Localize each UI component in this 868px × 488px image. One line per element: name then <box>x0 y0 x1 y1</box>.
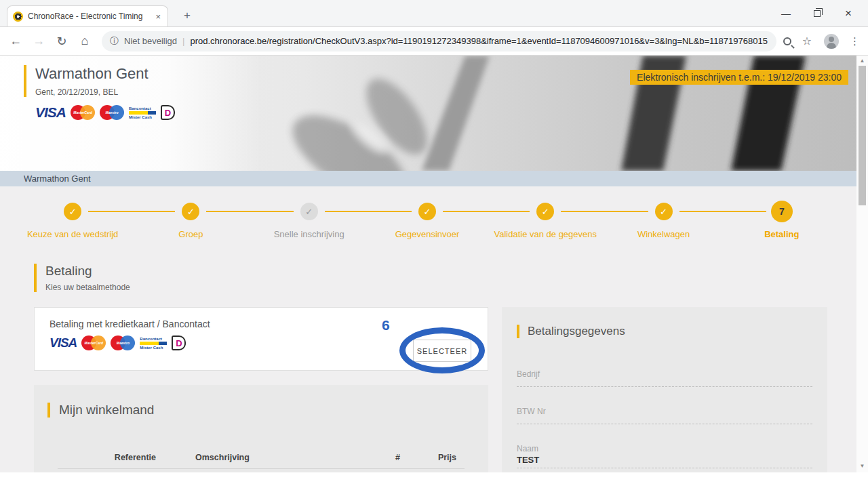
payment-method-label: Betaling met kredietkaart / Bancontact <box>35 308 488 329</box>
field-label: BTW Nr <box>517 407 812 416</box>
info-icon[interactable]: ⓘ <box>110 35 119 47</box>
maestro-logo-icon: Maestro <box>100 105 124 120</box>
ideal-logo-icon: D <box>161 105 175 120</box>
browser-tab[interactable]: ChronoRace - Electronic Timing × <box>7 5 168 26</box>
scroll-up-icon[interactable]: ▲ <box>856 56 868 66</box>
deadline-banner: Elektronisch inschrijven t.e.m.: 19/12/2… <box>630 70 848 85</box>
check-icon: ✓ <box>305 207 313 217</box>
stepper-step-snelle-inschrijving[interactable]: ✓ Snelle inschrijving <box>250 203 368 239</box>
stepper-step-winkelwagen[interactable]: ✓ Winkelwagen <box>604 203 722 239</box>
table-divider <box>58 468 465 469</box>
mistercash-label: Mister Cash <box>140 346 167 350</box>
bancontact-logo-icon: BancontactMister Cash <box>140 336 167 350</box>
step-label: Snelle inschrijving <box>274 229 344 239</box>
avatar-icon[interactable] <box>824 34 839 49</box>
btw-nr-field[interactable]: BTW Nr <box>517 407 812 424</box>
new-tab-button[interactable]: + <box>178 7 197 24</box>
field-label: Bedrijf <box>517 369 812 379</box>
cell-aantal <box>366 472 400 472</box>
section-title: Betaling <box>45 264 868 279</box>
check-icon: ✓ <box>187 207 195 217</box>
bedrijf-field[interactable]: Bedrijf <box>517 369 812 387</box>
cell-omschrijving: TEST Test <box>156 472 366 472</box>
maestro-logo-icon: Maestro <box>111 336 135 350</box>
payment-logos: VISA MasterCard Maestro BancontactMister… <box>35 104 175 121</box>
step-label: Gegevensinvoer <box>395 229 460 239</box>
url-separator: | <box>182 36 184 46</box>
cell-referentie <box>58 472 156 472</box>
maestro-label: Maestro <box>100 110 124 115</box>
field-label: Naam <box>517 444 812 453</box>
bancontact-label: Bancontact <box>140 337 167 341</box>
scrollbar-thumb[interactable] <box>859 66 866 205</box>
bookmark-star-icon[interactable]: ☆ <box>802 35 812 47</box>
maestro-label: Maestro <box>111 341 135 345</box>
mistercash-label: Mister Cash <box>129 115 156 119</box>
tab-title: ChronoRace - Electronic Timing <box>28 12 149 21</box>
page-viewport: Warmathon Gent Gent, 20/12/2019, BEL VIS… <box>0 56 868 472</box>
reload-icon[interactable]: ↻ <box>52 34 72 49</box>
naam-input[interactable]: TEST <box>517 455 812 468</box>
hero-banner: Warmathon Gent Gent, 20/12/2019, BEL VIS… <box>0 56 868 171</box>
address-bar[interactable]: ⓘ Niet beveiligd | prod.chronorace.be/re… <box>102 31 776 52</box>
scroll-down-icon[interactable]: ▼ <box>856 461 868 471</box>
cart-table-header: Referentie Omschrijving # Prijs <box>34 453 488 462</box>
check-icon: ✓ <box>424 207 431 217</box>
mastercard-logo-icon: MasterCard <box>71 105 95 120</box>
kebab-menu-icon[interactable]: ⋮ <box>850 35 860 47</box>
mastercard-label: MasterCard <box>71 110 95 115</box>
check-icon: ✓ <box>69 207 77 217</box>
step-number: 7 <box>779 206 785 217</box>
bottom-whitespace <box>0 472 868 488</box>
payment-method-card: Betaling met kredietkaart / Bancontact V… <box>34 307 488 371</box>
url-text[interactable]: prod.chronorace.be/registration/CheckOut… <box>190 36 768 46</box>
step-label: Betaling <box>764 229 799 239</box>
minimize-icon[interactable]: — <box>770 8 802 19</box>
cart-title: Mijn winkelmand <box>47 403 488 418</box>
home-icon[interactable]: ⌂ <box>75 34 95 48</box>
mastercard-label: MasterCard <box>81 341 106 345</box>
column-prijs: Prijs <box>400 453 465 462</box>
zoom-icon[interactable] <box>783 37 791 45</box>
stepper-step-betaling[interactable]: 7 Betaling <box>723 203 841 239</box>
page-title-bar: Warmathon Gent <box>0 171 868 186</box>
page-scrollbar[interactable]: ▲ ▼ <box>856 56 868 472</box>
annotation-number: 6 <box>382 317 390 333</box>
checkout-stepper: ✓ Keuze van de wedstrijd ✓ Groep ✓ Snell… <box>0 186 868 249</box>
table-row: TEST Test <box>34 472 488 472</box>
column-referentie: Referentie <box>58 453 156 462</box>
bancontact-label: Bancontact <box>129 106 156 110</box>
stepper-step-groep[interactable]: ✓ Groep <box>132 203 250 239</box>
stepper-step-gegevensinvoer[interactable]: ✓ Gegevensinvoer <box>368 203 486 239</box>
back-icon[interactable]: ← <box>5 34 26 48</box>
billing-card: Betalingsgegevens Bedrijf BTW Nr Naam TE… <box>502 307 827 472</box>
billing-title: Betalingsgegevens <box>517 325 812 338</box>
stepper-step-validatie[interactable]: ✓ Validatie van de gegevens <box>486 203 604 239</box>
visa-logo-icon: VISA <box>35 104 66 121</box>
restore-icon[interactable] <box>802 8 833 19</box>
selecteer-button[interactable]: SELECTEER <box>413 340 471 362</box>
close-icon[interactable]: × <box>833 7 864 20</box>
cart-card: Mijn winkelmand Referentie Omschrijving … <box>34 385 488 472</box>
step-label: Validatie van de gegevens <box>494 229 597 239</box>
event-title: Warmathon Gent <box>35 65 175 83</box>
naam-field[interactable]: Naam TEST <box>517 444 812 468</box>
check-icon: ✓ <box>660 207 667 217</box>
step-label: Groep <box>178 229 203 239</box>
mastercard-logo-icon: MasterCard <box>81 336 106 350</box>
step-label: Winkelwagen <box>637 229 690 239</box>
browser-toolbar: ← → ↻ ⌂ ⓘ Niet beveiligd | prod.chronora… <box>0 27 868 56</box>
step-label: Keuze van de wedstrijd <box>27 229 118 239</box>
forward-icon[interactable]: → <box>28 34 49 48</box>
security-label: Niet beveiligd <box>124 36 177 46</box>
visa-logo-icon: VISA <box>50 336 77 350</box>
tab-close-icon[interactable]: × <box>154 12 162 22</box>
column-omschrijving: Omschrijving <box>156 453 366 462</box>
event-subtitle: Gent, 20/12/2019, BEL <box>35 87 175 97</box>
cell-prijs <box>400 472 465 472</box>
bedrijf-input[interactable] <box>517 380 812 387</box>
browser-titlebar: ChronoRace - Electronic Timing × + — × <box>0 0 868 27</box>
betaling-section-head: Betaling Kies uw betaalmethode <box>34 264 868 292</box>
stepper-step-keuze[interactable]: ✓ Keuze van de wedstrijd <box>14 203 132 239</box>
btw-nr-input[interactable] <box>517 418 812 424</box>
